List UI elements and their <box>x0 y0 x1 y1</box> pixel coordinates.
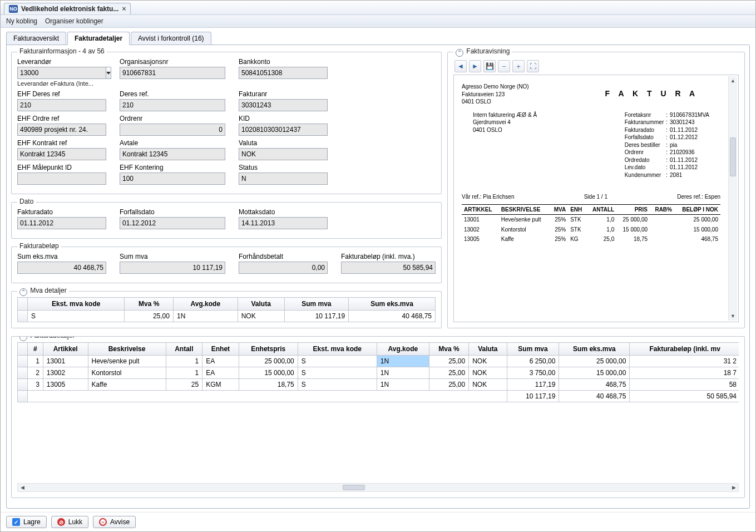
viewer-save-icon[interactable]: 💾 <box>483 60 496 72</box>
viewer-zoom-in-icon[interactable]: ＋ <box>512 60 525 72</box>
inv-line-table: ARTIKKEL BESKRIVELSE MVA ENH ANTALL PRIS… <box>462 204 720 244</box>
horizontal-scrollbar[interactable]: ◀ ▶ <box>17 483 739 492</box>
menu-organize-links[interactable]: Organiser koblinger <box>45 17 103 25</box>
label-kid: KID <box>239 115 328 122</box>
col-enhet[interactable]: Enhet <box>202 343 239 356</box>
fakturadato-input[interactable] <box>17 217 106 229</box>
sum-mva-input[interactable] <box>120 262 225 274</box>
ehf-kontrakt-ref-input[interactable] <box>17 148 106 160</box>
detaljer-table[interactable]: # Artikkel Beskrivelse Antall Enhet Enhe… <box>17 342 739 402</box>
col-artikkel[interactable]: Artikkel <box>43 343 88 356</box>
reject-button[interactable]: – Avvise <box>93 516 136 528</box>
hscroll-thumb[interactable] <box>343 485 365 490</box>
leverandor-input[interactable] <box>17 67 106 79</box>
col-enhetspris[interactable]: Enhetspris <box>239 343 298 356</box>
leverandor-subtext: Leverandør eFaktura (Inte... <box>17 80 106 87</box>
save-button[interactable]: ✓ Lagre <box>6 516 47 528</box>
col-avg-kode[interactable]: Avg.kode <box>173 298 238 311</box>
inv-ref-side: Side 1 / 1 <box>584 193 607 201</box>
ehf-malepunkt-input[interactable] <box>17 173 106 185</box>
scroll-left-icon[interactable]: ◀ <box>18 485 27 490</box>
ehf-ordre-ref-input[interactable] <box>17 124 106 136</box>
col-sum-eks[interactable]: Sum eks.mva <box>349 298 436 311</box>
collapse-toggle-icon[interactable]: ⌃ <box>19 288 27 296</box>
forfallsdato-input[interactable] <box>120 217 225 229</box>
label-sum-eks: Sum eks.mva <box>17 253 106 260</box>
scroll-right-icon[interactable]: ▶ <box>729 485 738 490</box>
tab-avvist[interactable]: Avvist i forkontroll (16) <box>131 32 211 45</box>
viewer-scrollbar[interactable]: ▲ ▼ <box>728 76 737 321</box>
table-row[interactable]: S25,001N NOK10 117,1940 468,75 <box>18 311 436 322</box>
mottaksdato-input[interactable] <box>239 217 328 229</box>
menu-new-link[interactable]: Ny kobling <box>6 17 37 25</box>
table-row[interactable]: 113001Heve/senke pult 1EA25 000,00 S1N25… <box>18 356 739 367</box>
col-sum-mva[interactable]: Sum mva <box>284 298 348 311</box>
inv-company: Agresso Demo Norge (NO) <box>462 83 529 91</box>
scroll-down-icon[interactable]: ▼ <box>729 312 737 321</box>
kid-input[interactable] <box>239 124 328 136</box>
label-fakturadato: Fakturadato <box>17 208 106 216</box>
group-dato: Dato Fakturadato Forfallsdato Mottaksdat… <box>11 202 442 239</box>
ehf-kontering-input[interactable] <box>120 173 225 185</box>
ordrenr-input[interactable] <box>120 124 225 136</box>
status-input[interactable] <box>239 173 328 185</box>
col-mva-pct[interactable]: Mva % <box>125 298 174 311</box>
collapse-toggle-icon[interactable]: ⌃ <box>19 336 27 341</box>
viewer-fullscreen-icon[interactable]: ⛶ <box>527 60 539 72</box>
table-row[interactable]: 213002Kontorstol 1EA15 000,00 S1N25,00 N… <box>18 367 739 379</box>
reject-label: Avvise <box>110 518 130 526</box>
scroll-up-icon[interactable]: ▲ <box>729 76 737 85</box>
viewer-zoom-out-icon[interactable]: － <box>498 60 510 72</box>
viewer-next-icon[interactable]: ► <box>469 60 481 72</box>
leverandor-dropdown-button[interactable] <box>106 67 111 79</box>
orgnr-input[interactable] <box>120 67 225 79</box>
col-antall[interactable]: Antall <box>166 343 202 356</box>
label-bankkonto: Bankkonto <box>239 58 328 66</box>
col-inkl[interactable]: Fakturabeløp (inkl. mv <box>630 343 739 356</box>
col-ekstmva[interactable]: Ekst. mva kode <box>298 343 377 356</box>
viewer-legend-text: Fakturavisning <box>466 47 510 55</box>
viewer-prev-icon[interactable]: ◄ <box>454 60 467 72</box>
col-avgkode[interactable]: Avg.kode <box>377 343 429 356</box>
avtale-input[interactable] <box>120 148 225 160</box>
ehf-deres-ref-input[interactable] <box>17 99 106 111</box>
label-sum-mva: Sum mva <box>120 253 225 260</box>
no-entry-icon: ⊘ <box>57 518 65 526</box>
collapse-toggle-icon[interactable]: ⌃ <box>456 49 463 57</box>
group-fakturainformasjon: Fakturainformasjon - 4 av 56 Leverandør … <box>11 52 442 194</box>
close-button[interactable]: ⊘ Lukk <box>51 516 88 528</box>
check-icon: ✓ <box>12 518 20 526</box>
col-num[interactable]: # <box>28 343 43 356</box>
col-mvapct[interactable]: Mva % <box>429 343 468 356</box>
fakturanr-input[interactable] <box>239 99 328 111</box>
tab-fakturaoversikt[interactable]: Fakturaoversikt <box>6 32 66 45</box>
col-valuta[interactable]: Valuta <box>238 298 284 311</box>
valuta-input[interactable] <box>239 148 328 160</box>
viewer-body[interactable]: Agresso Demo Norge (NO) Fakturaveien 123… <box>453 75 739 322</box>
bankkonto-input[interactable] <box>239 67 328 79</box>
deres-ref-input[interactable] <box>120 99 225 111</box>
col-sumeks[interactable]: Sum eks.mva <box>559 343 630 356</box>
col-valuta[interactable]: Valuta <box>469 343 507 356</box>
invoice-preview: Agresso Demo Norge (NO) Fakturaveien 123… <box>462 83 730 244</box>
scroll-thumb[interactable] <box>730 137 736 176</box>
window-tab[interactable]: NO Vedlikehold elektronisk faktu... × <box>4 3 131 14</box>
detaljer-legend-text: Fakturadetaljer <box>30 336 75 339</box>
forhand-input[interactable] <box>239 262 328 274</box>
table-row[interactable]: 313005Kaffe 25KGM18,75 S1N25,00 NOK117,1… <box>18 379 739 391</box>
tab-fakturadetaljer[interactable]: Fakturadetaljer <box>67 32 130 45</box>
content-area: Fakturainformasjon - 4 av 56 Leverandør … <box>6 45 750 509</box>
minus-circle-icon: – <box>99 518 107 526</box>
close-icon[interactable]: × <box>122 5 126 13</box>
label-ehf-ordre-ref: EHF Ordre ref <box>17 115 106 122</box>
col-summva[interactable]: Sum mva <box>507 343 559 356</box>
label-ehf-kontrakt-ref: EHF Kontrakt ref <box>17 139 106 147</box>
inkl-input[interactable] <box>341 262 436 274</box>
mva-table[interactable]: Ekst. mva kode Mva % Avg.kode Valuta Sum… <box>17 297 436 322</box>
col-ekst-mva-kode[interactable]: Ekst. mva kode <box>28 298 125 311</box>
label-deres-ref: Deres ref. <box>120 90 225 98</box>
sum-eks-input[interactable] <box>17 262 106 274</box>
label-inkl: Fakturabeløp (inkl. mva.) <box>341 253 436 260</box>
col-beskrivelse[interactable]: Beskrivelse <box>88 343 166 356</box>
inv-recipient2: Gjerdrumsvei 4 <box>473 119 537 126</box>
